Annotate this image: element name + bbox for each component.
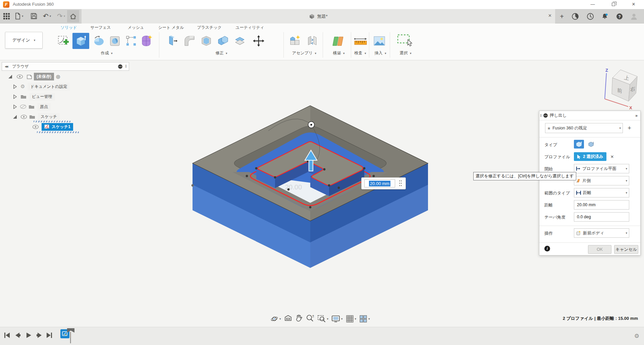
drag-handle-icon[interactable] [399,180,402,186]
visibility-off-eye-icon[interactable] [20,104,26,109]
measure-button[interactable] [353,33,368,49]
collapsed-twist-icon[interactable] [13,105,17,109]
look-at-button[interactable] [284,314,292,323]
job-status-button[interactable] [585,11,595,21]
extrude-dialog-header[interactable]: ‖ — 押し出し » [539,111,640,120]
direction-dropdown[interactable]: 片側 ▾ [574,176,629,185]
browser-item-label[interactable]: ビュー管理 [29,93,55,101]
expanded-twist-icon[interactable] [8,74,12,79]
dialog-drag-handle[interactable]: ‖ [540,113,542,118]
tab-utilities[interactable]: ユーティリティ [235,25,264,31]
browser-item-label[interactable]: ドキュメントの設定 [28,83,70,91]
ok-button[interactable]: OK [588,245,611,254]
group-label-construct[interactable]: 構築 ▾ [333,50,345,56]
browser-row-sketches[interactable]: スケッチ [13,113,60,121]
timeline-settings-gear-icon[interactable]: ⚙ [634,333,639,340]
group-label-select[interactable]: 選択 ▾ [400,50,412,56]
select-tool-button[interactable] [396,33,415,49]
visibility-eye-icon[interactable] [32,125,39,129]
fit-button[interactable]: ▾ [317,315,329,323]
zoom-button[interactable]: ± [306,314,314,324]
move-copy-button[interactable] [251,33,266,49]
construction-plane-button[interactable] [330,33,346,49]
cancel-button[interactable]: キャンセル [614,245,638,254]
create-sketch-button[interactable] [56,33,71,49]
clear-selection-button[interactable]: ✕ [610,154,614,159]
browser-row-root[interactable]: (未保存) ◎ [8,72,60,80]
browser-row-document-settings[interactable]: ⚙ ドキュメントの設定 [13,82,70,91]
extensions-button[interactable] [570,11,580,21]
timeline-play-button[interactable] [25,332,32,339]
sketch-dimension-button[interactable] [123,33,139,49]
group-label-assemble[interactable]: アセンブリ ▾ [292,50,316,56]
tab-plastic[interactable]: プラスチック [197,25,222,31]
pan-button[interactable] [295,314,303,324]
browser-row-sketch1[interactable]: スケッチ1 [32,123,73,131]
tab-sheet-metal[interactable]: シート メタル [158,25,184,31]
sketch1-item[interactable]: スケッチ1 [42,123,73,131]
dialog-collapse-icon[interactable]: — [543,113,548,118]
extent-type-dropdown[interactable]: 距離 ▾ [574,188,629,197]
help-button[interactable]: ? [614,11,625,21]
dimension-input-box[interactable]: 20.00 mm [361,177,406,189]
preset-dropdown[interactable]: ★ Fusion 360 の既定 ▾ [545,123,623,133]
grid-snap-button[interactable]: ▾ [346,315,357,323]
timeline-position-marker[interactable] [66,327,76,344]
collapsed-twist-icon[interactable] [13,95,17,99]
press-pull-button[interactable] [165,33,180,49]
info-icon[interactable]: i [544,246,550,251]
timeline-step-back-button[interactable] [14,332,21,339]
joint-button[interactable] [305,33,320,49]
restore-button[interactable] [608,0,619,9]
document-tab[interactable]: 無題* [309,9,327,23]
browser-minimize-icon[interactable]: — [118,64,122,69]
profile-button[interactable] [629,11,639,21]
panel-resize-handle[interactable]: ‖ [125,64,127,69]
tab-solid[interactable]: ソリッド [60,25,77,31]
collapsed-twist-icon[interactable] [13,84,17,89]
tab-surface[interactable]: サーフェス [90,25,111,31]
fillet-button[interactable] [182,33,197,49]
minimize-button[interactable]: — [587,0,598,9]
browser-item-label[interactable]: スケッチ [38,113,60,121]
timeline-go-to-end-button[interactable] [46,332,53,339]
distance-input[interactable]: 20.00 mm [574,200,629,210]
browser-header[interactable]: ◀◀ ブラウザ — ‖ [2,62,129,71]
dialog-dock-icon[interactable]: » [635,113,638,118]
timeline-step-forward-button[interactable] [36,332,43,339]
browser-row-origin[interactable]: 原点 [13,103,51,111]
viewports-button[interactable]: ▾ [359,315,370,323]
document-tab-close-button[interactable]: ✕ [548,13,552,18]
group-label-create[interactable]: 作成 ▾ [101,50,113,56]
visibility-eye-icon[interactable] [20,115,27,119]
insert-canvas-button[interactable] [372,33,387,49]
offset-face-button[interactable] [232,33,248,49]
file-menu-button[interactable]: ▾ [15,12,23,20]
extrude-type-thin-button[interactable] [586,140,596,149]
redo-button[interactable]: ↷ ▾ [57,12,65,20]
save-button[interactable] [31,12,37,20]
undo-button[interactable]: ↶ ▾ [43,12,51,20]
app-grid-menu-button[interactable] [3,12,10,20]
add-preset-button[interactable]: + [628,124,631,132]
expanded-twist-icon[interactable] [13,115,17,119]
group-label-insert[interactable]: 挿入 ▾ [375,50,386,56]
extrude-type-solid-button[interactable] [574,140,584,149]
hole-tool-button[interactable] [107,33,123,49]
operation-dropdown[interactable]: 新規ボディ ▾ [574,228,629,238]
dimension-input[interactable]: 20.00 mm [364,179,395,187]
visibility-eye-icon[interactable] [16,74,23,79]
group-label-modify[interactable]: 修正 ▾ [216,50,227,56]
viewcube[interactable]: Z X 上 前 右 [596,67,643,112]
profile-selection-chip[interactable]: 2 選択済み [574,152,606,161]
activate-component-radio[interactable]: ◎ [56,74,60,79]
revolve-tool-button[interactable] [91,33,107,49]
group-label-inspect[interactable]: 検査 ▾ [355,50,366,56]
combine-button[interactable] [215,33,231,49]
extrude-tool-button[interactable] [72,33,89,49]
taper-angle-input[interactable]: 0.0 deg [574,212,629,222]
notifications-button[interactable] [600,11,610,21]
root-document-label[interactable]: (未保存) [34,73,54,80]
start-dropdown[interactable]: プロファイル平面 ▾ [574,164,629,173]
new-component-button[interactable] [288,33,303,49]
